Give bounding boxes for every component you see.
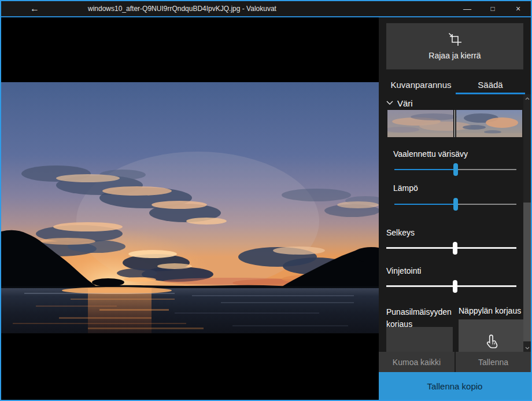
clarity-slider-thumb[interactable] xyxy=(453,242,457,255)
back-button[interactable]: ← xyxy=(22,1,47,16)
undo-all-label: Kumoa kaikki xyxy=(393,358,441,367)
tab-saada[interactable]: Säädä xyxy=(456,75,525,94)
close-icon: × xyxy=(516,4,520,13)
close-button[interactable]: × xyxy=(505,1,531,16)
scroll-up-icon xyxy=(525,97,530,100)
panel-scrollbar[interactable] xyxy=(523,94,531,352)
save-label: Tallenna xyxy=(478,358,508,367)
chevron-down-icon xyxy=(386,101,393,105)
save-copy-button[interactable]: Tallenna kopio xyxy=(379,372,531,400)
window-title: windows10_after-Q9NUI9rrQndquBD4IpvKJQ.j… xyxy=(88,1,276,16)
warmth-slider-thumb[interactable] xyxy=(453,198,458,211)
warmth-slider-fill xyxy=(394,204,456,205)
saturation-preview-strip[interactable] xyxy=(387,110,522,137)
tab-kuvanparannus-label: Kuvanparannus xyxy=(390,80,451,90)
minimize-button[interactable]: — xyxy=(455,1,480,16)
vignette-slider-track[interactable] xyxy=(386,285,516,287)
scroll-down-icon xyxy=(525,347,530,350)
hand-cursor-icon xyxy=(486,334,498,351)
scrollbar-down-button[interactable] xyxy=(523,344,531,352)
titlebar: ← windows10_after-Q9NUI9rrQndquBD4IpvKJQ… xyxy=(1,1,531,17)
tab-saada-label: Säädä xyxy=(478,80,503,90)
photo xyxy=(1,82,379,333)
red-eye-button[interactable] xyxy=(386,327,453,352)
crop-rotate-button[interactable]: Rajaa ja kierrä xyxy=(386,23,523,69)
spot-fix-label: Näppylän korjaus xyxy=(459,306,521,315)
tint-slider-thumb[interactable] xyxy=(453,163,458,176)
crop-icon xyxy=(448,32,462,46)
clarity-slider-track[interactable] xyxy=(386,247,516,249)
vignette-slider-thumb[interactable] xyxy=(453,280,457,293)
tint-slider[interactable] xyxy=(394,163,516,176)
vignette-slider-label: Vinjetointi xyxy=(386,266,421,275)
window-controls: — □ × xyxy=(455,1,531,16)
edit-panel: Rajaa ja kierrä Kuvanparannus Säädä Väri xyxy=(379,17,531,400)
maximize-icon: □ xyxy=(490,5,494,13)
maximize-button[interactable]: □ xyxy=(480,1,505,16)
photo-viewport xyxy=(1,17,379,400)
tab-kuvanparannus[interactable]: Kuvanparannus xyxy=(386,75,456,94)
crop-rotate-label: Rajaa ja kierrä xyxy=(428,51,481,60)
photos-app-window: ← windows10_after-Q9NUI9rrQndquBD4IpvKJQ… xyxy=(0,0,532,401)
scrollbar-thumb[interactable] xyxy=(523,203,531,341)
selected-tab-indicator xyxy=(456,93,525,94)
warmth-slider[interactable] xyxy=(394,197,516,211)
tint-slider-fill xyxy=(394,169,456,170)
color-section-header[interactable]: Väri xyxy=(386,97,413,109)
panel-tabs: Kuvanparannus Säädä xyxy=(386,75,525,94)
scrollbar-up-button[interactable] xyxy=(523,94,531,102)
clarity-slider-label: Selkeys xyxy=(386,228,415,237)
undo-all-button[interactable]: Kumoa kaikki xyxy=(379,352,455,372)
save-copy-label: Tallenna kopio xyxy=(427,381,483,391)
spot-fix-button[interactable] xyxy=(459,319,525,352)
saturation-preview-handle[interactable] xyxy=(453,110,456,137)
save-button[interactable]: Tallenna xyxy=(456,352,531,372)
minimize-icon: — xyxy=(463,4,471,13)
warmth-slider-label: Lämpö xyxy=(393,183,418,193)
back-icon: ← xyxy=(30,3,39,14)
tint-slider-label: Vaalennettu värisävy xyxy=(393,149,468,159)
color-section-label: Väri xyxy=(397,98,413,108)
clarity-slider[interactable] xyxy=(386,241,516,255)
vignette-slider[interactable] xyxy=(386,279,516,293)
